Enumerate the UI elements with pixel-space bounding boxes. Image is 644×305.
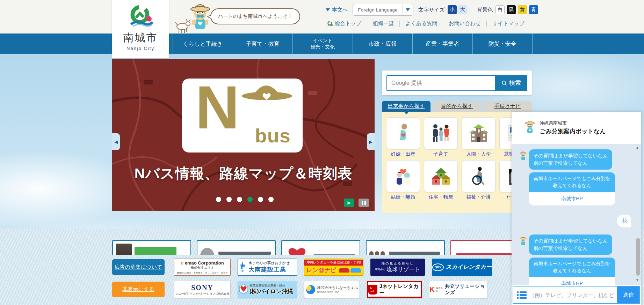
nbus-n: N	[195, 72, 239, 142]
quick-link-home[interactable]: 総合トップ	[321, 20, 367, 27]
ad-banner-byron-okinawa[interactable]: 産業廃棄物収集運搬・処分 (株)バイロン沖縄	[238, 281, 297, 298]
city-name-en: Nanjo City	[126, 46, 154, 51]
language-select-value: Foreign Language	[353, 7, 403, 13]
chatbot-avatar	[517, 118, 535, 138]
nav-item-events[interactable]: イベント観光・文化	[292, 34, 353, 54]
search-button[interactable]: 検索	[495, 75, 527, 91]
caret-down-icon	[406, 8, 410, 11]
ad-banner-sony[interactable]: SONY ソニービジネスオペレーションズ株式会社	[174, 281, 231, 298]
quick-link-faq[interactable]: よくある質問	[400, 20, 443, 27]
quick-link-contact[interactable]: お問い合わせ	[443, 20, 486, 27]
search-icon	[501, 80, 507, 86]
finder-panel: 妊娠・出産 子育て 入園・入学 就職・退職 結婚・離婚 住宅・転居	[382, 112, 532, 213]
bot-message: その質問はまだ学習してないなん 別の言葉で検索してなん	[514, 235, 632, 255]
carousel-dot-3[interactable]	[237, 197, 242, 202]
houses-icon	[431, 167, 451, 185]
chat-scrollbar-thumb[interactable]	[636, 238, 640, 276]
mascot-character	[175, 2, 211, 34]
quick-link-orgs[interactable]: 組織一覧	[367, 20, 399, 27]
skip-link[interactable]: 本文へ	[332, 7, 348, 13]
nbus-bus: bus	[255, 124, 291, 147]
bot-message: その質問はまだ学習してないなん 別の言葉で検索してなん	[514, 149, 632, 170]
nav-item-disaster[interactable]: 防災・安全	[472, 34, 533, 54]
carousel-prev-arrow[interactable]: ◀	[112, 133, 120, 150]
page: 本文へ Foreign Language 文字サイズ 小 大 背景色 白 黒 黄…	[0, 0, 644, 305]
finder-item-pregnancy[interactable]: 妊娠・出産	[386, 117, 420, 157]
language-dropdown-button[interactable]	[403, 4, 413, 16]
finder-item-welfare[interactable]: 福祉・介護	[462, 160, 495, 200]
language-select[interactable]: Foreign Language	[353, 4, 413, 16]
item-list-icon[interactable]	[517, 291, 527, 299]
school-icon	[469, 124, 489, 142]
nav-item-childcare[interactable]: 子育て・教育	[233, 34, 293, 54]
ad-banner-dainan-kensetsu[interactable]: 水まわりの事はおまかせ 大南建設工業	[238, 259, 297, 276]
ad-hide-button[interactable]: 非表示にする	[112, 282, 165, 297]
carousel-next-arrow[interactable]: ▶	[367, 133, 375, 150]
caret-down-icon	[326, 8, 330, 11]
chatbot-avatar	[514, 235, 527, 248]
ad-banner-sky-rentacar[interactable]: SKY スカイレンタカー	[432, 259, 492, 276]
nav-item-living[interactable]: くらしと手続き	[173, 34, 233, 54]
carousel-dot-6[interactable]	[268, 197, 274, 202]
font-size-large-button[interactable]: 大	[458, 5, 467, 14]
nbus-logo-card: N bus	[182, 79, 303, 152]
carousel-dot-5[interactable]	[258, 197, 263, 202]
font-size-small-button[interactable]: 小	[448, 5, 457, 14]
chatbot-hp-link[interactable]: 南城市HP	[529, 277, 615, 285]
finder-item-marriage[interactable]: 結婚・離婚	[386, 160, 420, 200]
ad-banner-ryukyu-resort[interactable]: 海の見える暮らし 有限会社琉球リゾート	[370, 259, 425, 276]
hat-icon	[241, 81, 293, 105]
ad-banner-emao[interactable]: eemao Corporation 株式会社 エマオ emao OA機器・事務機…	[174, 259, 231, 276]
emao-logo-icon: e	[181, 260, 183, 266]
ad-banner-rennavi[interactable]: 沖縄レンタカーを最安値比較・予約! レン@ナビ	[304, 259, 363, 276]
wheelchair-icon	[470, 167, 487, 186]
carousel-dot-4-active[interactable]	[247, 197, 253, 202]
bg-white-button[interactable]: 白	[495, 5, 505, 14]
bot-card: 南城市ホームページでもごみ分別を教えてくれるなん 南城市HP	[529, 258, 615, 285]
bg-color-label: 背景色	[477, 7, 493, 13]
top-controls: 本文へ Foreign Language 文字サイズ 小 大 背景色 白 黒 黄…	[326, 4, 538, 15]
finder-item-housing[interactable]: 住宅・転居	[424, 160, 458, 200]
bg-black-button[interactable]: 黒	[507, 5, 516, 14]
quick-link-sitemap[interactable]: サイトマップ	[487, 20, 530, 27]
bg-yellow-button[interactable]: 黄	[518, 5, 527, 14]
search-input[interactable]	[386, 75, 495, 91]
wedding-couple-icon	[393, 166, 413, 186]
finder-tabs: 出来事から探す 目的から探す 手続きナビ	[382, 101, 532, 112]
faucet-icon	[240, 262, 247, 272]
tab-by-purpose[interactable]: 目的から探す	[433, 101, 481, 112]
skip-to-content[interactable]: 本文へ	[326, 7, 348, 13]
tab-by-event[interactable]: 出来事から探す	[382, 101, 430, 112]
chatbot-avatar	[514, 149, 527, 163]
carousel-dot-2[interactable]	[226, 197, 232, 202]
garbage-chatbot-panel: 沖縄県南城市 ごみ分別案内ボットなん その質問はまだ学習してないなん 別の言葉で…	[512, 112, 641, 305]
mascot-speech-bubble: ハートのまち南城市へようこそ！	[210, 8, 300, 24]
carousel-dot-1[interactable]	[216, 197, 221, 202]
nav-item-industry[interactable]: 産業・事業者	[412, 34, 472, 54]
top-header	[0, 0, 644, 34]
chatbot-org: 沖縄県南城市	[540, 120, 606, 126]
chatbot-message-area[interactable]: その質問はまだ学習してないなん 別の言葉で検索してなん 南城市ホームページでもご…	[512, 144, 641, 285]
tab-procedure-navi[interactable]: 手続きナビ	[483, 101, 532, 112]
ad-banner-uchina-web[interactable]: 株式会社うちなーうぇぶuchina-web .Inc	[304, 281, 360, 298]
city-logo-icon	[327, 21, 333, 27]
carousel-pause-button[interactable]	[359, 199, 369, 207]
ad-banner-jnet-rentacar[interactable]: J-net Jネットレンタカー	[367, 281, 422, 298]
finder-item-school[interactable]: 入園・入学	[462, 117, 495, 157]
ad-recruitment-button[interactable]: 広告の募集について	[112, 259, 165, 275]
bot-card: 南城市ホームページでもごみ分別を教えてくれるなん 南城市HP	[529, 172, 615, 206]
chatbot-hp-link[interactable]: 南城市HP	[529, 192, 615, 206]
finder-item-childcare[interactable]: 子育て	[424, 117, 458, 157]
chatbot-input[interactable]	[527, 292, 617, 298]
heart-cube-logo	[239, 284, 248, 294]
chat-scroll-down-arrow[interactable]: ▼	[635, 278, 640, 283]
carousel-play-button[interactable]: ▶	[344, 199, 354, 207]
bg-blue-button[interactable]: 青	[529, 5, 538, 14]
nav-item-city-gov[interactable]: 市政・広報	[353, 34, 413, 54]
chatbot-send-button[interactable]: 送信	[617, 287, 639, 303]
site-logo[interactable]: 南城市 Nanjo City	[112, 0, 169, 58]
ad-banner-kyoritsu-solutions[interactable]: K 株式会社 共立ソリューションズ	[429, 281, 487, 298]
chatbot-input-bar: 送信	[513, 286, 640, 304]
chat-scroll-up-arrow[interactable]: ▲	[635, 145, 640, 150]
slide-title: Nバス情報、路線マップ＆時刻表	[112, 164, 375, 183]
